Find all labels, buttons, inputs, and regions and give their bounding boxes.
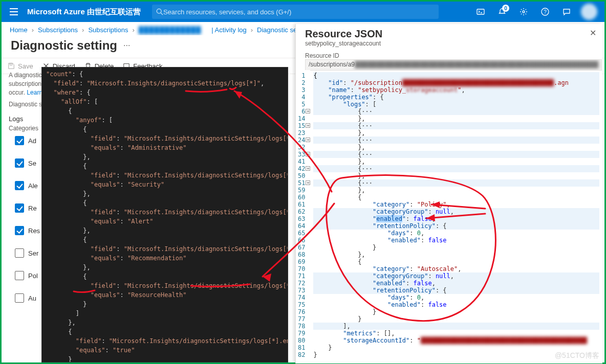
crumb-sub1[interactable]: Subscriptions [38, 26, 78, 34]
hamburger-icon[interactable] [6, 4, 22, 20]
svg-rect-5 [477, 9, 484, 14]
json-editor[interactable]: 123456+1415+2324+3233+4142+5051+59606162… [296, 70, 602, 363]
svg-rect-1 [10, 11, 18, 12]
category-checkbox[interactable] [15, 136, 24, 145]
svg-line-4 [161, 13, 163, 15]
watermark: @51CTO博客 [555, 351, 599, 360]
crumb-activity[interactable]: | Activity log [211, 26, 246, 34]
category-checkbox[interactable] [15, 181, 24, 190]
fold-icon[interactable]: + [306, 152, 310, 156]
category-label: Res [28, 227, 40, 235]
user-avatar[interactable] [581, 4, 597, 20]
help-icon[interactable]: ? [535, 2, 555, 22]
crumb-home[interactable]: Home [10, 26, 28, 34]
policy-code-box[interactable]: "count": { "field": "Microsoft.Insights/… [41, 67, 288, 362]
global-search[interactable] [152, 5, 439, 19]
fold-icon[interactable]: + [306, 123, 310, 128]
page-title: Diagnostic setting [11, 38, 117, 53]
svg-rect-9 [10, 63, 12, 65]
svg-rect-0 [10, 8, 18, 9]
crumb-redacted: ████████████ [139, 26, 202, 34]
azure-topbar: Microsoft Azure 由世纪互联运营 0 ? [2, 2, 604, 22]
category-checkbox[interactable] [15, 271, 24, 280]
category-label: Se [28, 160, 36, 167]
settings-icon[interactable] [513, 2, 534, 22]
category-checkbox[interactable] [15, 158, 24, 168]
brand-title: Microsoft Azure 由世纪互联运营 [22, 7, 146, 17]
svg-rect-2 [10, 14, 18, 15]
panel-title: Resource JSON [305, 28, 593, 40]
fold-icon[interactable]: + [306, 138, 310, 142]
cloud-shell-icon[interactable] [470, 2, 491, 22]
category-label: Au [28, 294, 36, 302]
svg-point-3 [157, 9, 161, 13]
crumb-sub2[interactable]: Subscriptions [88, 26, 128, 34]
category-label: Pol [28, 272, 38, 280]
search-input[interactable] [163, 8, 435, 16]
fold-icon[interactable]: + [306, 180, 310, 185]
notif-badge: 0 [502, 5, 509, 12]
notifications-icon[interactable]: 0 [492, 2, 512, 22]
svg-text:?: ? [544, 9, 547, 15]
svg-point-6 [523, 11, 525, 13]
category-checkbox[interactable] [15, 293, 24, 303]
category-label: Re [28, 204, 37, 212]
panel-subtitle: setbypolicy_storageaccount [305, 40, 593, 47]
category-checkbox[interactable] [15, 226, 24, 235]
topbar-icons: 0 ? [470, 2, 600, 22]
fold-icon[interactable]: + [306, 109, 310, 113]
close-icon[interactable]: ✕ [590, 28, 596, 38]
left-pane: A diagnostic se subscription, a occur. L… [2, 67, 288, 362]
category-label: Ser [28, 249, 38, 257]
category-checkbox[interactable] [15, 203, 24, 213]
resource-json-panel: Resource JSON setbypolicy_storageaccount… [295, 24, 602, 363]
resource-id-label: Resource ID [305, 52, 602, 59]
category-label: Ale [28, 182, 38, 190]
page-more-icon[interactable]: ··· [123, 41, 130, 50]
category-checkbox[interactable] [15, 248, 24, 258]
fold-icon[interactable]: + [306, 166, 310, 171]
feedback-top-icon[interactable] [556, 2, 577, 22]
category-label: Ad [28, 137, 36, 145]
resource-id-field[interactable]: /subscriptions/a9███████████████████████… [305, 59, 602, 71]
